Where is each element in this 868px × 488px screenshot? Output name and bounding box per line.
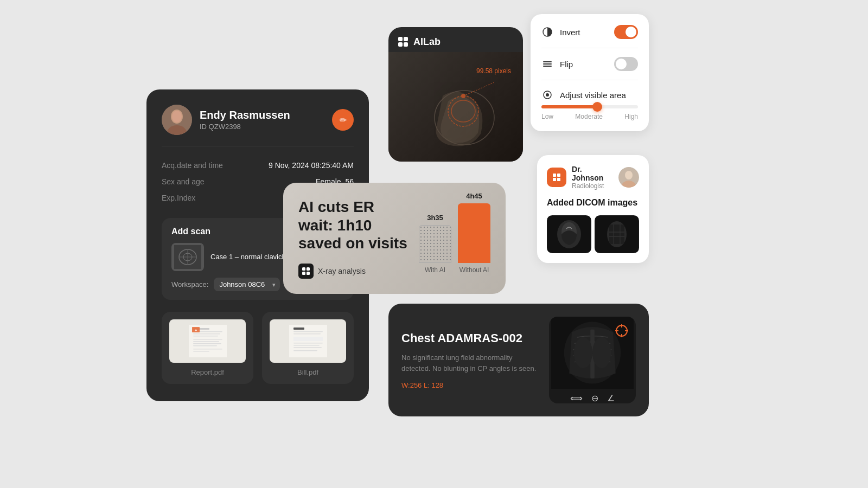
slider-track[interactable] (541, 105, 638, 108)
patient-name: Endy Rasmussen (200, 109, 324, 121)
bar2-visual (458, 203, 490, 263)
flip-toggle[interactable] (614, 57, 638, 71)
svg-rect-51 (553, 174, 556, 177)
patient-header: Endy Rasmussen ID QZW2398 ✏ (162, 105, 354, 146)
svg-rect-18 (193, 349, 222, 350)
invert-toggle[interactable] (614, 25, 638, 39)
zoom-out-icon[interactable]: ⊖ (591, 393, 598, 403)
svg-rect-44 (543, 66, 552, 67)
adjust-label: Adjust visible area (560, 91, 638, 100)
doctor-header: Dr. Johnson Radiologist (547, 165, 639, 190)
slider-container: Low Moderate High (541, 105, 638, 120)
svg-rect-17 (193, 345, 217, 346)
acq-label: Acq.date and time (162, 161, 223, 170)
workspace-select-wrap[interactable]: Johnson 08C6 (214, 278, 280, 291)
bar2-label: Without AI (459, 266, 489, 274)
slider-high: High (624, 113, 638, 120)
svg-rect-50 (307, 272, 310, 275)
doctor-icon (547, 168, 566, 187)
svg-rect-33 (398, 42, 403, 47)
svg-rect-23 (293, 328, 304, 330)
invert-row: Invert (541, 25, 638, 39)
ai-brand: X-ray analysis (298, 264, 408, 279)
edit-button[interactable]: ✏ (332, 109, 354, 131)
chest-meta: W:256 L: 128 (401, 381, 538, 389)
svg-rect-48 (307, 267, 310, 271)
chest-description: No significant lung field abnormality de… (401, 352, 538, 374)
acq-value: 9 Nov, 2024 08:25:40 AM (269, 161, 354, 170)
svg-rect-47 (302, 267, 305, 271)
exp-label: Exp.Index (162, 194, 195, 202)
chest-card: Chest ADAMRAS-002 No significant lung fi… (388, 304, 649, 416)
crosshair-target (614, 323, 629, 341)
ruler-icon[interactable]: ⟺ (570, 393, 583, 403)
svg-rect-31 (398, 37, 403, 41)
report-preview: ✚ (169, 319, 246, 363)
angle-icon[interactable]: ∠ (607, 393, 615, 403)
bar-with-ai: 3h35 With AI (419, 214, 451, 274)
flip-toggle-knob (616, 59, 627, 69)
ai-cuts-card: AI cuts ER wait: 1h10 saved on visits X-… (283, 183, 506, 294)
slider-thumb[interactable] (592, 102, 602, 112)
svg-rect-49 (302, 272, 305, 275)
svg-rect-26 (293, 337, 323, 341)
slider-moderate: Moderate (575, 113, 603, 120)
report-card: ✚ Report.pdf (162, 312, 253, 384)
scan-thumbnail (171, 243, 204, 271)
svg-rect-25 (293, 333, 321, 335)
bar-without-ai: 4h45 Without AI (458, 192, 490, 274)
ai-cuts-inner: AI cuts ER wait: 1h10 saved on visits X-… (298, 198, 490, 279)
chart-area: 3h35 With AI 4h45 Without AI (419, 198, 490, 274)
doctor-name: Dr. Johnson (572, 165, 613, 182)
divider-2 (541, 80, 638, 80)
svg-rect-52 (557, 174, 560, 177)
ailab-title: AILab (413, 36, 441, 48)
doctor-card: Dr. Johnson Radiologist Added DICOM imag… (537, 155, 649, 263)
dicom-images (547, 215, 639, 253)
bar1-visual (419, 225, 451, 263)
slider-low: Low (541, 113, 553, 120)
svg-rect-32 (404, 37, 408, 41)
svg-point-70 (592, 337, 611, 368)
docs-row: ✚ Report.pdf (162, 312, 354, 384)
avatar (162, 105, 192, 135)
svg-rect-19 (193, 351, 209, 352)
svg-point-46 (546, 93, 549, 97)
dicom-thumb-1 (547, 215, 591, 253)
measurement-label: 99.58 pixels (476, 67, 511, 75)
svg-rect-16 (193, 343, 221, 344)
invert-toggle-knob (626, 27, 636, 37)
ailab-header: AILab (388, 27, 523, 52)
svg-rect-29 (293, 347, 322, 348)
slider-fill (541, 105, 597, 108)
svg-rect-28 (293, 345, 320, 346)
adjust-icon (541, 89, 553, 101)
svg-rect-14 (193, 339, 222, 340)
dicom-thumb-2 (595, 215, 639, 253)
report-label: Report.pdf (191, 368, 224, 376)
flip-row: Flip (541, 57, 638, 71)
bill-card: Bill.pdf (262, 312, 354, 384)
flip-icon (541, 58, 553, 70)
svg-point-3 (172, 111, 182, 123)
acq-field: Acq.date and time 9 Nov, 2024 08:25:40 A… (162, 157, 354, 174)
chest-image: ⟺ ⊖ ∠ (549, 317, 636, 403)
svg-rect-53 (553, 178, 556, 181)
svg-rect-54 (557, 178, 560, 181)
svg-rect-15 (193, 341, 219, 342)
patient-name-block: Endy Rasmussen ID QZW2398 (200, 109, 324, 131)
svg-rect-24 (293, 331, 323, 332)
settings-panel: Invert Flip Adjust visible area (531, 14, 649, 131)
invert-label: Invert (560, 28, 608, 37)
sex-label: Sex and age (162, 177, 205, 186)
svg-rect-42 (543, 61, 552, 62)
bar1-value: 3h35 (427, 214, 443, 222)
svg-rect-13 (193, 336, 218, 337)
patient-id: ID QZW2398 (200, 123, 324, 131)
ailab-logo-icon (397, 36, 409, 48)
slider-labels: Low Moderate High (541, 113, 638, 120)
doctor-name-block: Dr. Johnson Radiologist (572, 165, 613, 190)
workspace-select[interactable]: Johnson 08C6 (214, 278, 280, 291)
workspace-label: Workspace: (171, 280, 208, 288)
bill-preview (270, 319, 346, 363)
